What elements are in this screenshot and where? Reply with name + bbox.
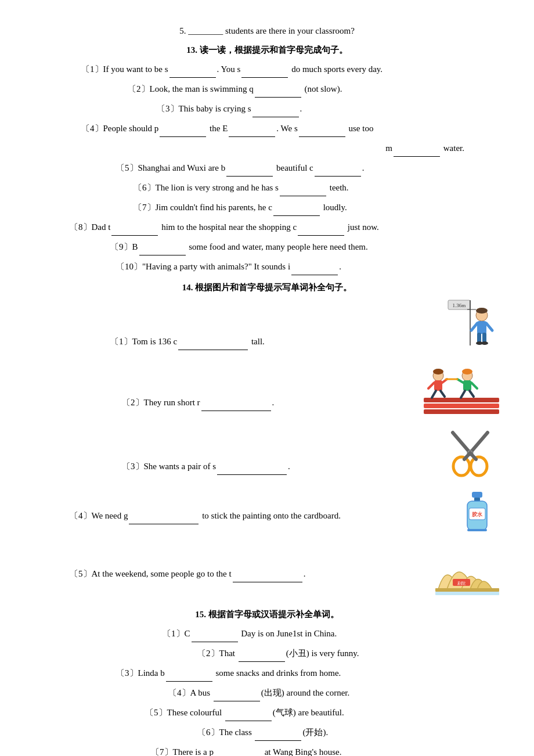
svg-line-35 — [470, 453, 476, 459]
s15-item-5: 〔5〕These colourful (气球) are beautiful. — [35, 705, 499, 721]
blank[interactable] — [178, 334, 248, 350]
q5-text: 5. ________ students are there in your c… — [179, 26, 355, 35]
theatre-illustration: 剧院 — [435, 549, 499, 600]
s13-item-5: 〔5〕Shanghai and Wuxi are b beautiful c . — [35, 160, 499, 177]
blank[interactable] — [298, 219, 344, 236]
glue-illustration: 胶水 — [461, 491, 493, 545]
blank[interactable] — [215, 744, 261, 756]
blank[interactable] — [214, 685, 260, 701]
svg-line-11 — [471, 323, 477, 330]
svg-rect-37 — [474, 498, 480, 501]
s13-item-3: 〔3〕This baby is crying s . — [35, 101, 499, 117]
svg-rect-42 — [435, 588, 499, 592]
blank[interactable] — [255, 81, 301, 98]
blank[interactable] — [291, 259, 338, 275]
s14-item-4-text: 〔4〕We need g to stick the painting onto … — [35, 491, 499, 524]
svg-point-10 — [481, 341, 488, 345]
svg-rect-14 — [424, 404, 499, 408]
scissors-illustration — [447, 427, 493, 484]
blank[interactable] — [229, 121, 275, 137]
s14-item-3-text: 〔3〕She wants a pair of s . — [35, 427, 499, 475]
section13-title: 13. 读一读，根据提示和首字母完成句子。 — [35, 42, 499, 58]
svg-rect-36 — [472, 492, 482, 498]
blank[interactable] — [111, 219, 158, 236]
blank[interactable] — [226, 160, 273, 177]
s15-item-3: 〔3〕Linda b some snacks and drinks from h… — [35, 665, 499, 682]
blank[interactable] — [192, 626, 238, 642]
s14-item-1-block: 1.36m — [35, 299, 499, 357]
blank[interactable] — [129, 508, 199, 524]
svg-text:胶水: 胶水 — [471, 511, 483, 517]
svg-line-19 — [428, 383, 434, 388]
s13-item-4b: m water. — [35, 141, 499, 157]
svg-rect-25 — [463, 380, 471, 391]
blank[interactable] — [217, 459, 287, 475]
blank[interactable] — [280, 180, 326, 196]
relay-illustration — [424, 363, 499, 420]
s13-item-9: 〔9〕B some food and water, many people he… — [35, 239, 499, 255]
s14-item-1-text: 〔1〕Tom is 136 c tall. — [35, 299, 499, 350]
svg-point-24 — [462, 369, 472, 375]
svg-line-29 — [470, 391, 474, 397]
svg-rect-18 — [434, 380, 442, 391]
svg-rect-15 — [424, 409, 499, 414]
section15-title: 15. 根据首字母或汉语提示补全单词。 — [35, 607, 499, 622]
svg-point-17 — [433, 369, 443, 375]
height-illustration: 1.36m — [447, 299, 499, 359]
blank[interactable] — [169, 62, 216, 78]
svg-point-33 — [471, 457, 487, 476]
svg-text:1.36m: 1.36m — [453, 303, 466, 308]
blank[interactable] — [166, 665, 212, 682]
s14-item-5-block: 剧院 〔5〕At the weekend, some people go to … — [35, 549, 499, 601]
s13-item-4: 〔4〕People should p the E . We s use too — [35, 121, 499, 137]
svg-line-27 — [471, 383, 477, 388]
blank[interactable] — [315, 160, 361, 177]
svg-rect-45 — [435, 592, 499, 595]
svg-rect-41 — [467, 529, 487, 531]
s13-item-8: 〔8〕Dad t him to the hospital near the sh… — [35, 219, 499, 236]
s13-item-6: 〔6〕The lion is very strong and he has s … — [35, 180, 499, 196]
q5-line: 5. ________ students are there in your c… — [35, 23, 499, 39]
section14-title: 14. 根据图片和首字母提示写单词补全句子。 — [35, 280, 499, 296]
page: 5. ________ students are there in your c… — [35, 23, 499, 756]
blank[interactable] — [255, 725, 301, 741]
svg-line-28 — [461, 391, 465, 398]
s13-item-7: 〔7〕Jim couldn't find his parents, he c l… — [35, 200, 499, 216]
blank[interactable] — [241, 62, 288, 78]
svg-point-32 — [453, 457, 470, 476]
svg-line-22 — [441, 391, 445, 397]
s15-item-1: 〔1〕C Day is on June1st in China. — [35, 626, 499, 642]
s15-item-2: 〔2〕That (小丑) is very funny. — [35, 646, 499, 662]
s13-item-1: 〔1〕If you want to be s . You s do much s… — [35, 62, 499, 78]
blank[interactable] — [160, 121, 206, 137]
svg-line-21 — [432, 391, 436, 398]
s14-item-3-block: 〔3〕She wants a pair of s . — [35, 427, 499, 485]
blank[interactable] — [201, 395, 271, 411]
s14-item-5-text: 〔5〕At the weekend, some people go to the… — [35, 549, 499, 582]
blank[interactable] — [299, 121, 345, 137]
blank[interactable] — [239, 646, 285, 662]
svg-line-12 — [486, 323, 492, 330]
svg-point-5 — [476, 308, 488, 314]
blank[interactable] — [394, 141, 440, 157]
s14-item-2-block: 〔2〕They run short r . — [35, 363, 499, 421]
blank[interactable] — [252, 101, 299, 117]
blank[interactable] — [233, 566, 302, 582]
svg-line-26 — [457, 379, 463, 383]
s15-item-6: 〔6〕The class (开始). — [35, 725, 499, 741]
section15-items: 〔1〕C Day is on June1st in China. 〔2〕That… — [35, 626, 499, 756]
s15-item-4: 〔4〕A bus (出现) around the corner. — [35, 685, 499, 701]
s15-item-7: 〔7〕There is a p at Wang Bing's house. — [35, 744, 499, 756]
s13-item-2: 〔2〕Look, the man is swimming q (not slow… — [35, 81, 499, 98]
section13-items: 〔1〕If you want to be s . You s do much s… — [35, 62, 499, 275]
blank[interactable] — [139, 239, 186, 255]
svg-text:剧院: 剧院 — [457, 581, 466, 586]
s13-item-10: 〔10〕"Having a party with animals?" It so… — [35, 259, 499, 275]
s14-item-4-block: 胶水 〔4〕We need g to stick the painting on… — [35, 491, 499, 543]
blank[interactable] — [225, 705, 272, 721]
blank[interactable] — [273, 200, 320, 216]
